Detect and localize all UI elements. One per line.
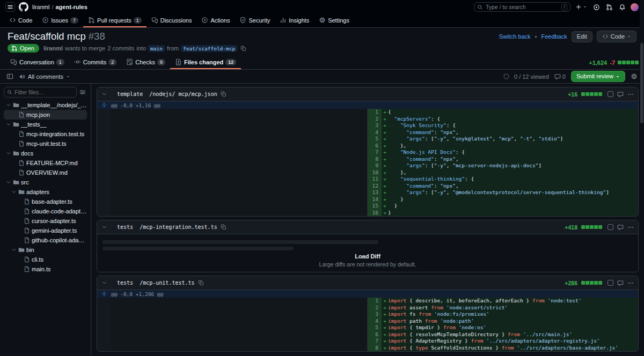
load-diff-button[interactable]: Load Diff: [103, 253, 633, 259]
new-line-number[interactable]: 3: [368, 311, 382, 318]
new-line-number[interactable]: 8: [368, 345, 382, 352]
repo-tab-insights[interactable]: Insights: [275, 14, 314, 27]
tree-file-cursor-adapter-ts[interactable]: cursor-adapter.ts: [4, 216, 87, 226]
old-line-number[interactable]: [97, 169, 111, 176]
github-logo[interactable]: [19, 2, 28, 12]
new-line-number[interactable]: 1: [368, 109, 382, 116]
comments-filter-select[interactable]: All comments: [19, 73, 70, 80]
issues-header-button[interactable]: [592, 3, 601, 12]
file-path[interactable]: __template__/nodejs/_mcp/mcp.json: [111, 91, 217, 97]
new-line-number[interactable]: 9: [368, 162, 382, 169]
new-line-number[interactable]: 7: [368, 338, 382, 345]
pr-tab-commits[interactable]: Commits2: [69, 56, 121, 69]
repo-tab-issues[interactable]: Issues7: [37, 14, 83, 27]
new-line-number[interactable]: 10: [368, 169, 382, 176]
repo-tab-settings[interactable]: Settings: [314, 14, 354, 27]
chevron-down-icon[interactable]: [101, 280, 107, 286]
old-line-number[interactable]: [97, 318, 111, 325]
code-button[interactable]: Code: [597, 31, 636, 42]
repo-tab-actions[interactable]: Actions: [196, 14, 235, 27]
tree-filter-options-button[interactable]: [78, 88, 87, 97]
viewed-checkbox[interactable]: [608, 91, 613, 97]
tree-file-github-copilot-adapter-ts[interactable]: github-copilot-adapter.ts: [4, 235, 87, 245]
chevron-down-icon[interactable]: [101, 224, 107, 230]
tree-dir--template-nodejs-mcp[interactable]: __template__/nodejs/_mcp: [4, 100, 87, 110]
old-line-number[interactable]: [97, 109, 111, 116]
kebab-menu-icon[interactable]: [627, 280, 634, 286]
hamburger-menu-button[interactable]: [5, 2, 15, 12]
head-branch-label[interactable]: feat/scaffold-mcp: [181, 45, 237, 52]
tree-file-base-adapter-ts[interactable]: base-adapter.ts: [4, 197, 87, 206]
old-line-number[interactable]: [97, 136, 111, 143]
submit-review-button[interactable]: Submit review: [571, 71, 625, 82]
tree-file-gemini-adapter-ts[interactable]: gemini-adapter.ts: [4, 226, 87, 235]
tree-file-cli-ts[interactable]: cli.ts: [4, 255, 87, 264]
new-line-number[interactable]: 8: [368, 156, 382, 163]
toggle-file-tree-button[interactable]: [5, 72, 14, 81]
old-line-number[interactable]: [97, 331, 111, 338]
kebab-menu-icon[interactable]: [627, 91, 634, 98]
file-filter-input[interactable]: [4, 87, 77, 98]
old-line-number[interactable]: [97, 162, 111, 169]
user-avatar[interactable]: [631, 3, 639, 11]
tree-dir--tests-[interactable]: __tests__: [4, 120, 87, 129]
switch-back-link[interactable]: Switch back: [499, 33, 531, 40]
create-new-button[interactable]: [574, 3, 588, 11]
old-line-number[interactable]: [97, 305, 111, 312]
pr-tab-checks[interactable]: Checks8: [121, 56, 170, 69]
old-line-number[interactable]: [97, 203, 111, 210]
new-line-number[interactable]: 13: [368, 189, 382, 196]
old-line-number[interactable]: [97, 311, 111, 318]
old-line-number[interactable]: [97, 189, 111, 196]
expand-hunk-button[interactable]: [97, 291, 111, 296]
old-line-number[interactable]: [97, 324, 111, 331]
commits-link[interactable]: 2 commits: [107, 45, 134, 51]
new-line-number[interactable]: 11: [368, 176, 382, 183]
old-line-number[interactable]: [97, 116, 111, 123]
tree-dir-docs[interactable]: docs: [4, 149, 87, 158]
tree-file-mcp-integration-test-ts[interactable]: mcp-integration.test.ts: [4, 129, 87, 139]
expand-hunk-button[interactable]: [97, 102, 111, 108]
breadcrumb-owner[interactable]: liranml: [32, 4, 49, 10]
file-filter-text[interactable]: [14, 89, 74, 95]
repo-tab-security[interactable]: Security: [235, 14, 275, 27]
old-line-number[interactable]: [97, 298, 111, 305]
feedback-link[interactable]: Feedback: [541, 33, 567, 40]
new-line-number[interactable]: 2: [368, 305, 382, 312]
new-line-number[interactable]: 4: [368, 318, 382, 325]
tree-file-claude-code-adapter-ts[interactable]: claude-code-adapter.ts: [4, 206, 87, 216]
diff-settings-button[interactable]: [630, 72, 639, 81]
pr-author-link[interactable]: liranml: [43, 45, 63, 51]
old-line-number[interactable]: [97, 176, 111, 183]
tree-file-main-ts[interactable]: main.ts: [4, 264, 87, 274]
kebab-menu-icon[interactable]: [627, 224, 634, 231]
copy-path-icon[interactable]: [221, 224, 226, 230]
breadcrumb-repo[interactable]: agent-rules: [55, 4, 87, 10]
old-line-number[interactable]: [97, 183, 111, 190]
old-line-number[interactable]: [97, 156, 111, 163]
new-line-number[interactable]: 6: [368, 143, 382, 150]
tree-file-overview-md[interactable]: OVERVIEW.md: [4, 168, 87, 177]
notifications-button[interactable]: [618, 3, 627, 12]
old-line-number[interactable]: [97, 196, 111, 203]
new-line-number[interactable]: 3: [368, 122, 382, 129]
new-line-number[interactable]: 4: [368, 129, 382, 136]
file-path[interactable]: __tests__/mcp-integration.test.ts: [111, 224, 217, 230]
old-line-number[interactable]: [97, 129, 111, 136]
tree-file-mcp-unit-test-ts[interactable]: mcp-unit.test.ts: [4, 139, 87, 149]
pull-requests-header-button[interactable]: [605, 3, 614, 12]
repo-tab-pull-requests[interactable]: Pull requests1: [83, 14, 147, 27]
base-branch-label[interactable]: main: [148, 45, 165, 52]
file-path[interactable]: __tests__/mcp-unit.test.ts: [111, 280, 195, 286]
repo-tab-code[interactable]: Code: [4, 14, 37, 27]
tree-dir-bin[interactable]: bin: [4, 245, 87, 255]
chevron-down-icon[interactable]: [101, 91, 107, 97]
new-line-number[interactable]: 7: [368, 149, 382, 156]
edit-button[interactable]: Edit: [572, 31, 592, 42]
old-line-number[interactable]: [97, 143, 111, 150]
new-line-number[interactable]: 1: [368, 298, 382, 305]
comment-icon[interactable]: [617, 91, 624, 98]
comment-icon[interactable]: [617, 280, 624, 286]
old-line-number[interactable]: [97, 122, 111, 129]
comments-count-button[interactable]: 0: [553, 72, 567, 81]
